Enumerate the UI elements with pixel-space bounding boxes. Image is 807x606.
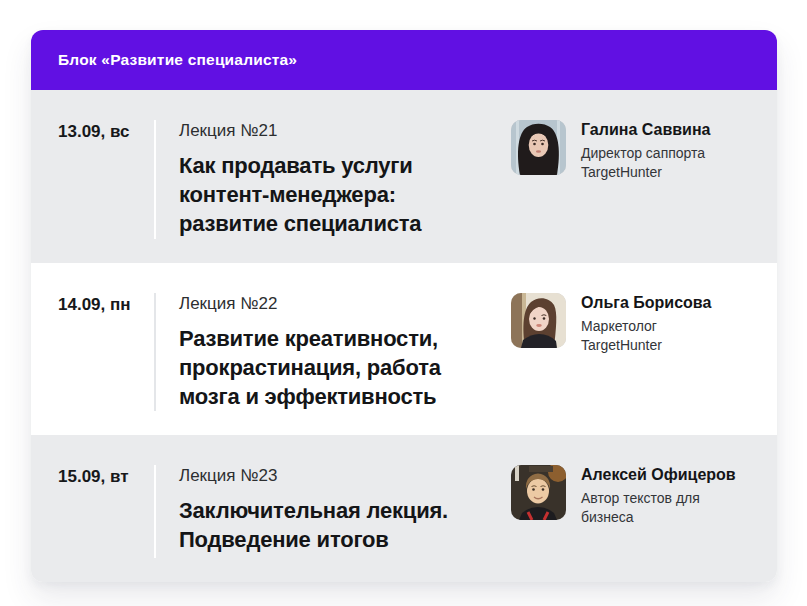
lecture-row: 13.09, вс Лекция №21 Как продавать услуг… [31, 90, 777, 263]
lecture-date: 13.09, вс [58, 120, 154, 142]
speaker-role: Директор саппорта TargetHunter [581, 144, 710, 182]
speaker-info: Алексей Офицеров Автор текстов для бизне… [581, 465, 736, 527]
vertical-divider [154, 293, 156, 411]
speaker-info: Галина Саввина Директор саппорта TargetH… [581, 120, 710, 182]
lecture-date: 14.09, пн [58, 293, 154, 315]
speaker-info: Ольга Борисова Маркетолог TargetHunter [581, 293, 711, 355]
speaker-name: Алексей Офицеров [581, 466, 736, 484]
vertical-divider [154, 465, 156, 558]
vertical-divider [154, 120, 156, 239]
lecture-number: Лекция №23 [179, 465, 487, 487]
schedule-card: Блок «Развитие специалиста» 13.09, вс Ле… [31, 30, 777, 582]
speaker-avatar [511, 293, 566, 348]
lecture-info: Лекция №22 Развитие креативности, прокра… [179, 293, 487, 411]
lecture-title: Заключительная лекция. Подведение итогов [179, 496, 487, 554]
lecture-info: Лекция №21 Как продавать услуги контент-… [179, 120, 487, 238]
lecture-number: Лекция №21 [179, 120, 487, 142]
speaker-role: Автор текстов для бизнеса [581, 489, 736, 527]
lecture-title: Развитие креативности, прокрастинация, р… [179, 324, 487, 411]
lecture-title: Как продавать услуги контент-менеджера: … [179, 151, 487, 238]
speaker-name: Ольга Борисова [581, 294, 711, 312]
lecture-date: 15.09, вт [58, 465, 154, 487]
speaker-avatar [511, 120, 566, 175]
speaker-avatar [511, 465, 566, 520]
speaker-block: Алексей Офицеров Автор текстов для бизне… [511, 465, 750, 527]
speaker-role: Маркетолог TargetHunter [581, 317, 711, 355]
lecture-row: 15.09, вт Лекция №23 Заключительная лекц… [31, 435, 777, 582]
block-title: Блок «Развитие специалиста» [58, 51, 297, 69]
speaker-block: Ольга Борисова Маркетолог TargetHunter [511, 293, 750, 355]
lecture-info: Лекция №23 Заключительная лекция. Подвед… [179, 465, 487, 554]
card-header: Блок «Развитие специалиста» [31, 30, 777, 90]
speaker-block: Галина Саввина Директор саппорта TargetH… [511, 120, 750, 182]
speaker-name: Галина Саввина [581, 121, 710, 139]
lecture-number: Лекция №22 [179, 293, 487, 315]
lecture-row: 14.09, пн Лекция №22 Развитие креативнос… [31, 263, 777, 435]
